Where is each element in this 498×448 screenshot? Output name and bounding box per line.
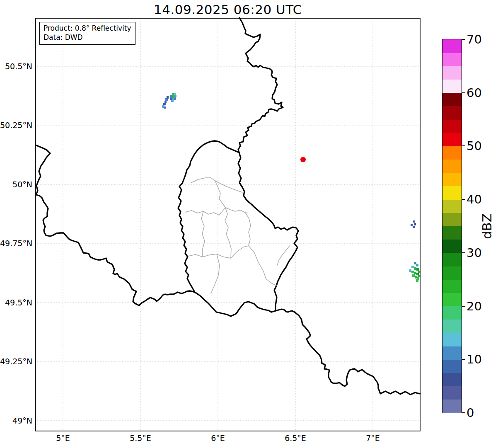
colorbar-segment — [442, 240, 462, 253]
colorbar-tick-mark — [462, 306, 465, 307]
radar-echo-cell — [411, 271, 414, 273]
radar-echo-cell — [411, 224, 413, 226]
colorbar-tick-label: 60 — [467, 85, 482, 100]
colorbar-tick-label: 40 — [467, 192, 482, 207]
colorbar-tick-label: 70 — [467, 32, 482, 47]
colorbar-tick-label: 30 — [467, 245, 482, 260]
colorbar-segment — [442, 39, 462, 53]
colorbar-segment — [442, 53, 462, 66]
canton-border — [249, 246, 277, 286]
colorbar-segment — [442, 80, 462, 93]
canton-border — [211, 254, 220, 293]
colorbar-segment — [442, 199, 462, 213]
colorbar-segment — [442, 266, 462, 280]
colorbar-segment — [442, 93, 462, 107]
colorbar-segment — [442, 160, 462, 173]
map-plot — [0, 0, 498, 448]
radar-echo-cell — [414, 272, 416, 274]
y-tick-label: 49.75°N — [0, 238, 32, 248]
x-tick-label: 7°E — [354, 433, 392, 443]
y-tick-label: 49.5°N — [0, 298, 32, 308]
colorbar-tick-mark — [462, 359, 465, 360]
colorbar-segment — [442, 66, 462, 80]
colorbar-segment — [442, 226, 462, 240]
radar-site-marker — [300, 157, 306, 162]
colorbar-segment — [442, 253, 462, 266]
colorbar-tick-mark — [462, 92, 465, 93]
radar-echo-cell — [164, 101, 167, 103]
radar-echo-cell — [413, 220, 415, 223]
colorbar-segment — [442, 119, 462, 133]
colorbar-segment — [442, 346, 462, 360]
data-source-line: Data: DWD — [44, 33, 131, 42]
colorbar-segment — [442, 146, 462, 160]
canton-border — [225, 208, 231, 258]
radar-echo-cell — [170, 95, 172, 98]
radar-echo-cell — [174, 93, 176, 95]
radar-echo-cell — [164, 107, 166, 109]
y-tick-label: 50.25°N — [0, 120, 32, 130]
y-tick-label: 49.25°N — [0, 356, 32, 366]
colorbar-tick-mark — [462, 412, 465, 413]
colorbar-segment — [442, 320, 462, 333]
radar-echo-cell — [413, 226, 415, 228]
radar-echo-cell — [409, 269, 411, 272]
radar-echo-cell — [174, 97, 176, 100]
radar-echo-cell — [416, 264, 418, 266]
colorbar-tick-label: 50 — [467, 138, 482, 153]
colorbar-tick-mark — [462, 252, 465, 253]
colorbar — [442, 39, 462, 413]
y-tick-label: 49°N — [0, 416, 32, 426]
canton-border — [215, 181, 225, 208]
colorbar-segment — [442, 293, 462, 306]
radar-echo-cell — [416, 268, 419, 271]
colorbar-segment — [442, 279, 462, 293]
colorbar-unit-label: dBZ — [473, 212, 498, 240]
luxembourg-border — [178, 141, 298, 316]
colorbar-segment — [442, 359, 462, 373]
colorbar-tick-mark — [462, 199, 465, 200]
colorbar-segment — [442, 173, 462, 186]
colorbar-segment — [442, 213, 462, 226]
colorbar-segment — [442, 386, 462, 400]
x-tick-label: 5.5°E — [122, 433, 159, 443]
product-info-box: Product: 0.8° Reflectivity Data: DWD — [39, 22, 135, 45]
colorbar-tick-label: 10 — [467, 352, 482, 367]
radar-echo-cell — [167, 96, 169, 99]
radar-echo-cell — [418, 271, 420, 273]
radar-echo-cell — [412, 274, 415, 277]
radar-figure: 14.09.2025 06:20 UTC Product: 0.8° Refle… — [0, 0, 498, 448]
canton-border — [231, 213, 251, 258]
colorbar-segment — [442, 106, 462, 120]
belgium-germany-border — [238, 18, 283, 153]
colorbar-tick-label: 0 — [467, 405, 474, 420]
x-tick-label: 6.5°E — [277, 433, 314, 443]
radar-echo-cell — [174, 95, 176, 97]
radar-echo-cell — [414, 223, 416, 225]
y-tick-label: 50°N — [0, 179, 32, 189]
colorbar-segment — [442, 373, 462, 386]
x-tick-label: 6°E — [199, 433, 237, 443]
colorbar-segment — [442, 306, 462, 320]
radar-echo-cell — [411, 266, 414, 268]
colorbar-segment — [442, 133, 462, 146]
colorbar-segment — [442, 333, 462, 346]
x-tick-label: 5°E — [44, 433, 82, 443]
radar-echo-cell — [416, 279, 418, 282]
colorbar-tick-label: 20 — [467, 299, 482, 314]
colorbar-segment — [442, 400, 462, 413]
colorbar-tick-mark — [462, 39, 465, 40]
radar-echo-cell — [171, 100, 174, 102]
radar-echo-cell — [414, 267, 416, 270]
colorbar-segment — [442, 186, 462, 200]
radar-echo-cell — [418, 275, 420, 277]
colorbar-tick-mark — [462, 145, 465, 146]
canton-border — [185, 208, 248, 215]
product-line: Product: 0.8° Reflectivity — [44, 24, 131, 33]
belgium-france-border — [36, 145, 195, 305]
france-germany-border — [276, 309, 420, 395]
canton-border — [201, 211, 205, 257]
y-tick-label: 50.5°N — [0, 61, 32, 71]
radar-echo-layer — [162, 93, 420, 282]
canton-border — [189, 254, 231, 258]
